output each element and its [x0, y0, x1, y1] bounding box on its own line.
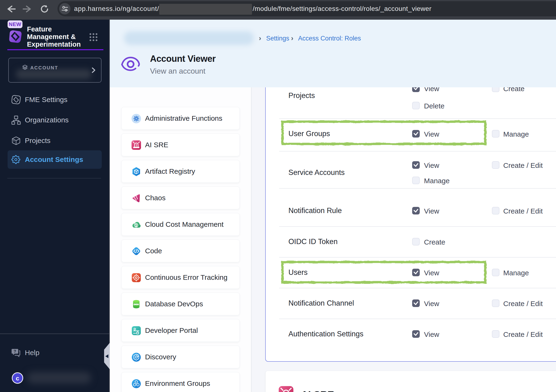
- svg-text:?: ?: [14, 349, 16, 354]
